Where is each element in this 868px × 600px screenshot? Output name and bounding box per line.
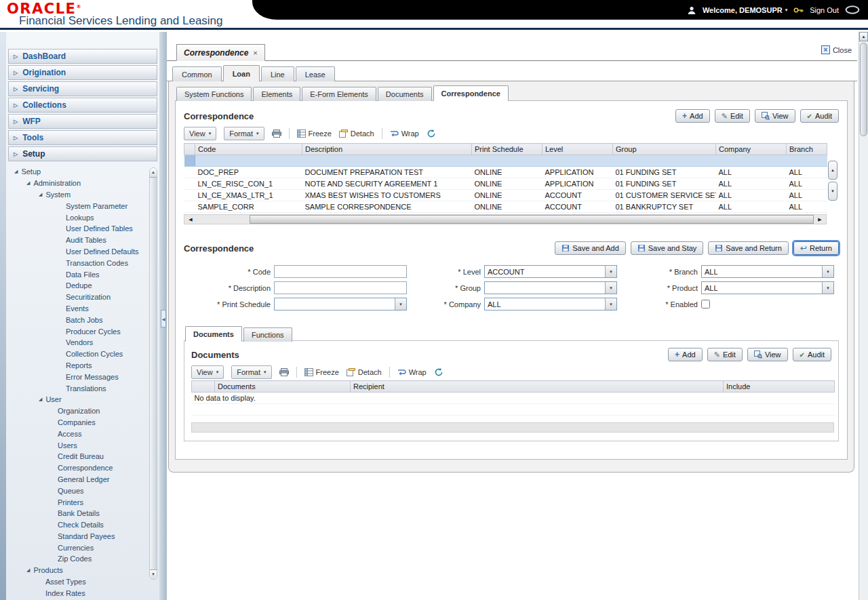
tree-node-setup[interactable]: ◢ Setup bbox=[6, 166, 159, 178]
tree-node-system[interactable]: ◢ System bbox=[6, 189, 159, 201]
description-field[interactable] bbox=[274, 281, 407, 294]
table-row[interactable]: LN_CE_XMAS_LTR_1 XMAS BEST WISHES TO CUS… bbox=[184, 190, 827, 201]
tree-item[interactable]: Bank Details bbox=[6, 508, 159, 519]
save-and-return-button[interactable]: Save and Return bbox=[708, 241, 789, 255]
tree-item[interactable]: Data Files bbox=[6, 268, 159, 280]
view-button[interactable]: View bbox=[755, 109, 795, 123]
grid-horizontal-scrollbar[interactable]: ◀ ▶ bbox=[184, 214, 827, 224]
tree-expand-icon[interactable]: ◢ bbox=[39, 397, 42, 402]
add-button[interactable]: + Add bbox=[675, 109, 710, 123]
sidebar-splitter[interactable]: ◀ bbox=[159, 32, 167, 600]
tree-expand-icon[interactable]: ◢ bbox=[39, 192, 42, 197]
tree-item[interactable]: Audit Tables bbox=[6, 235, 159, 246]
tree-item[interactable]: Index Rates bbox=[6, 587, 159, 599]
tree-expand-icon[interactable]: ◢ bbox=[14, 169, 18, 174]
tree-item[interactable]: Reports bbox=[6, 360, 159, 372]
column-header-recipient[interactable]: Recipient bbox=[351, 381, 724, 393]
scroll-down-button[interactable]: ▼ bbox=[150, 569, 157, 579]
enabled-checkbox[interactable] bbox=[701, 300, 710, 308]
scroll-up-button[interactable]: ▲ bbox=[150, 168, 157, 178]
tree-item[interactable]: Transaction Codes bbox=[6, 257, 159, 268]
column-header-include[interactable]: Include bbox=[724, 381, 835, 393]
tree-item[interactable]: Asset Types bbox=[6, 576, 159, 588]
column-header-branch[interactable]: Branch bbox=[787, 144, 827, 155]
level-select[interactable]: ACCOUNT ▼ bbox=[484, 265, 617, 278]
grid-scroll-up-button[interactable]: ▲ bbox=[828, 161, 837, 180]
tree-item[interactable]: Dedupe bbox=[6, 280, 159, 292]
tree-item[interactable]: Standard Payees bbox=[6, 531, 159, 542]
detach-button[interactable]: Detach bbox=[339, 129, 374, 138]
column-header-documents[interactable]: Documents bbox=[215, 381, 351, 393]
tree-item[interactable]: Organization bbox=[6, 405, 159, 417]
tab-functions[interactable]: Functions bbox=[243, 327, 292, 342]
edit-button[interactable]: ✎ Edit bbox=[715, 109, 750, 123]
tree-item[interactable]: Error Messages bbox=[6, 371, 159, 382]
tree-item[interactable]: Credit Bureau bbox=[6, 451, 159, 462]
print-schedule-select[interactable]: ▼ bbox=[274, 298, 407, 311]
tree-item[interactable]: Events bbox=[6, 303, 159, 315]
tab-correspondence[interactable]: Correspondence bbox=[433, 85, 509, 101]
tree-item[interactable]: Zip Codes bbox=[6, 553, 159, 565]
sidebar-item-wfp[interactable]: ▷ WFP bbox=[8, 114, 157, 129]
sidebar-item-tools[interactable]: ▷ Tools bbox=[8, 130, 157, 145]
tree-item[interactable]: Printers bbox=[6, 496, 159, 508]
tree-item[interactable]: Translations bbox=[6, 382, 159, 394]
tree-item[interactable]: Currencies bbox=[6, 542, 159, 553]
scroll-up-button[interactable]: ▲ bbox=[859, 32, 868, 41]
tree-expand-icon[interactable]: ◢ bbox=[26, 180, 30, 186]
column-header-company[interactable]: Company bbox=[716, 144, 787, 155]
hscroll-right-button[interactable]: ▶ bbox=[814, 217, 826, 222]
table-row[interactable]: LN_CE_RISC_CON_1 NOTE AND SECURITY AGREE… bbox=[184, 178, 827, 190]
tab-system-functions[interactable]: System Functions bbox=[176, 87, 252, 101]
doc-detach-button[interactable]: Detach bbox=[347, 368, 382, 376]
sign-out-button[interactable]: Sign Out bbox=[810, 6, 839, 14]
view-menu-button[interactable]: View ▾ bbox=[184, 127, 216, 140]
grid-scroll-down-button[interactable]: ▼ bbox=[828, 182, 837, 201]
hscroll-thumb[interactable] bbox=[250, 215, 814, 224]
tree-item[interactable]: General Ledger bbox=[6, 474, 159, 485]
sidebar-scrollbar[interactable]: ▲ ▼ bbox=[149, 167, 157, 580]
tree-item[interactable]: Access bbox=[6, 428, 159, 439]
doc-format-menu-button[interactable]: Format ▾ bbox=[231, 365, 271, 379]
user-menu[interactable]: Welcome, DEMOSUPR ▾ bbox=[703, 6, 787, 14]
tab-close-icon[interactable]: × bbox=[253, 49, 257, 57]
doc-add-button[interactable]: + Add bbox=[668, 348, 703, 361]
tab-eform-elements[interactable]: E-Form Elements bbox=[302, 87, 376, 101]
tree-item[interactable]: Correspondence bbox=[6, 462, 159, 474]
doc-audit-button[interactable]: ✔ Audit bbox=[793, 348, 831, 361]
tree-expand-icon[interactable]: ◢ bbox=[26, 567, 30, 573]
sidebar-item-collections[interactable]: ▷ Collections bbox=[8, 98, 157, 113]
hscroll-left-button[interactable]: ◀ bbox=[184, 217, 197, 222]
doc-wrap-button[interactable]: Wrap bbox=[397, 368, 427, 376]
audit-button[interactable]: ✔ Audit bbox=[800, 109, 839, 123]
doc-print-button[interactable] bbox=[279, 368, 289, 376]
print-button[interactable] bbox=[272, 129, 281, 138]
column-header-print-schedule[interactable]: Print Schedule bbox=[472, 144, 542, 155]
tree-item[interactable]: Producer Cycles bbox=[6, 325, 159, 337]
table-row[interactable]: DOC_PREP DOCUMENT PREPARATION TEST ONLIN… bbox=[184, 167, 827, 178]
tab-lease[interactable]: Lease bbox=[296, 66, 335, 81]
branch-select[interactable]: ALL ▼ bbox=[701, 265, 834, 278]
freeze-button[interactable]: Freeze bbox=[297, 129, 332, 138]
sidebar-item-servicing[interactable]: ▷ Servicing bbox=[8, 81, 157, 96]
tab-loan[interactable]: Loan bbox=[223, 65, 260, 81]
table-row[interactable]: SAMPLE_CORR SAMPLE CORRESPONDENCE ONLINE… bbox=[184, 201, 827, 213]
doc-refresh-button[interactable] bbox=[434, 367, 443, 377]
sidebar-item-dashboard[interactable]: ▷ DashBoard bbox=[8, 49, 157, 64]
doc-edit-button[interactable]: ✎ Edit bbox=[707, 348, 743, 361]
refresh-button[interactable] bbox=[427, 129, 436, 138]
tab-documents-sub[interactable]: Documents bbox=[185, 326, 242, 342]
code-field[interactable] bbox=[274, 265, 407, 278]
tree-node-user[interactable]: ◢ User bbox=[6, 394, 159, 405]
tree-node-administration[interactable]: ◢ Administration bbox=[6, 178, 159, 189]
scroll-thumb[interactable] bbox=[150, 178, 157, 569]
column-header-level[interactable]: Level bbox=[542, 144, 613, 155]
tab-documents[interactable]: Documents bbox=[378, 87, 432, 101]
save-and-add-button[interactable]: Save and Add bbox=[555, 241, 626, 255]
product-select[interactable]: ALL ▼ bbox=[701, 281, 834, 294]
tree-item[interactable]: Lookups bbox=[6, 212, 159, 223]
sidebar-item-origination[interactable]: ▷ Origination bbox=[8, 65, 157, 80]
tree-item[interactable]: User Defined Defaults bbox=[6, 246, 159, 258]
tab-common[interactable]: Common bbox=[172, 66, 222, 81]
tree-item[interactable]: Companies bbox=[6, 417, 159, 428]
